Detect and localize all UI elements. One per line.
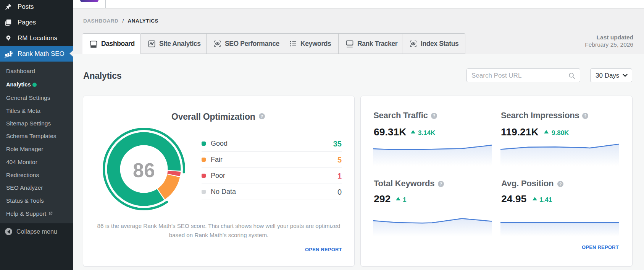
svg-text:86: 86 bbox=[133, 159, 155, 181]
